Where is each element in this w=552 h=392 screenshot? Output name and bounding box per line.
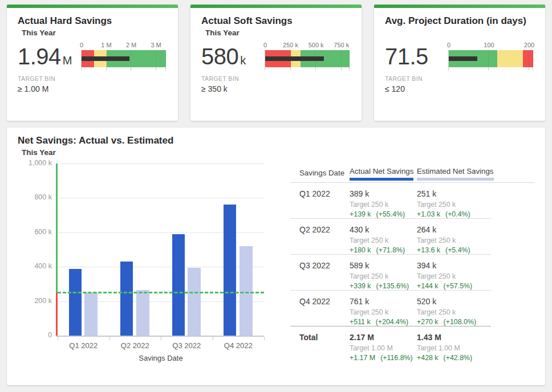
column-header-label: Estimated Net Savings: [417, 167, 494, 175]
cell-target: Target 1.00 M: [350, 344, 417, 352]
delta-value: +139 k: [350, 210, 371, 218]
x-axis-category-label: Q4 2022: [213, 341, 264, 350]
cell-savings-date: Q4 2022: [290, 297, 350, 326]
cell-value: 520 k: [417, 297, 534, 306]
cell-value: 389 k: [350, 189, 417, 198]
bullet-axis-tickline: [341, 50, 342, 67]
column-header-actual-net-savings: Actual Net Savings: [350, 167, 417, 182]
cell-target: Target 250 k: [417, 308, 534, 316]
kpi-card-actual-hard-savings: Actual Hard Savings This Year 1.94M 01 M…: [7, 5, 178, 121]
kpi-subtitle: This Year: [205, 28, 351, 38]
cell-target: Target 250 k: [417, 272, 534, 280]
cell-actual-net-savings: 430 kTarget 250 k+180 k(+71.8%): [350, 225, 417, 255]
delta-value: +270 k: [417, 318, 439, 326]
cell-savings-date: Q2 2022: [290, 225, 350, 255]
table-row-q3-2022[interactable]: Q3 2022589 kTarget 250 k+339 k(+135.6%)3…: [290, 255, 534, 291]
cell-total-label: Total: [290, 333, 350, 362]
cell-actual-net-savings: 389 kTarget 250 k+139 k(+55.4%): [350, 189, 417, 219]
bar-estimated-q3-2022[interactable]: [188, 268, 201, 336]
delta-value: +180 k: [350, 246, 371, 254]
x-axis-category-label: Q2 2022: [109, 341, 161, 350]
bullet-bar: [265, 50, 350, 67]
kpi-main: 580k 0250 k500 k750 k: [201, 42, 351, 67]
target-bin-label: TARGET BIN: [18, 75, 167, 82]
kpi-body: Actual Soft Savings This Year 580k 0250 …: [190, 8, 362, 93]
cell-target: Target 1.00 M: [417, 344, 534, 352]
bullet-chart: 01 M2 M3 M: [82, 42, 166, 67]
delta-percent: (+135.6%): [376, 282, 409, 290]
bullet-axis-tickline: [131, 50, 131, 67]
delta-percent: (+204.4%): [376, 318, 409, 326]
kpi-body: Avg. Project Duration (in days) 71.5 010…: [374, 8, 545, 93]
dashboard: Actual Hard Savings This Year 1.94M 01 M…: [0, 0, 552, 392]
x-axis-tick: [109, 337, 110, 340]
bullet-axis-tickline: [165, 50, 166, 67]
cell-actual-net-savings: 589 kTarget 250 k+339 k(+135.6%): [350, 261, 417, 291]
bar-actual-q2-2022[interactable]: [120, 262, 133, 336]
bullet-tick-label: 2 M: [126, 42, 136, 48]
cell-value: 1.43 M: [417, 333, 534, 342]
delta-percent: (+108.0%): [444, 318, 477, 326]
y-axis-tick-label: 0: [18, 331, 52, 339]
delta-percent: (+71.8%): [376, 246, 405, 254]
bullet-axis-tickline: [529, 50, 529, 67]
bar-estimated-q4-2022[interactable]: [240, 246, 253, 336]
cell-value: 394 k: [417, 261, 534, 270]
y-axis-tick-label: 200 k: [18, 297, 52, 305]
cell-delta: +339 k(+135.6%): [350, 282, 417, 290]
bar-actual-q3-2022[interactable]: [172, 234, 185, 336]
bullet-tick-label: 0: [263, 42, 267, 48]
cell-savings-date: Q1 2022: [290, 189, 350, 219]
chart-and-table: 0200 k400 k600 k800 k1,000 kQ1 2022Q2 20…: [18, 158, 534, 370]
cell-total-actual: 2.17 MTarget 1.00 M+1.17 M(+116.8%): [350, 333, 417, 362]
kpi-title: Avg. Project Duration (in days): [385, 15, 534, 27]
y-axis-tick-label: 400 k: [18, 262, 52, 270]
table-row-total[interactable]: Total2.17 MTarget 1.00 M+1.17 M(+116.8%)…: [290, 326, 534, 362]
cell-delta: +428 k(+42.8%): [417, 354, 534, 362]
bullet-tick-label: 3 M: [151, 42, 161, 48]
cell-savings-date: Q3 2022: [290, 261, 350, 291]
gridline: [58, 198, 264, 198]
target-line: [58, 292, 264, 293]
delta-percent: (+5.4%): [445, 246, 470, 254]
table-row-q1-2022[interactable]: Q1 2022389 kTarget 250 k+139 k(+55.4%)25…: [290, 183, 534, 219]
kpi-target-bin: TARGET BIN ≤ 120: [385, 75, 534, 93]
cell-value: 430 k: [350, 225, 417, 234]
kpi-value-number: 1.94: [18, 44, 61, 69]
table-row-q4-2022[interactable]: Q4 2022761 kTarget 250 k+511 k(+204.4%)5…: [290, 291, 534, 326]
bar-actual-q4-2022[interactable]: [224, 205, 236, 336]
cell-value: 589 k: [350, 261, 417, 270]
net-savings-card: Net Savings: Actual vs. Estimated This Y…: [7, 128, 545, 385]
y-axis-tick-label: 1,000 k: [18, 159, 52, 167]
kpi-subtitle: [389, 28, 534, 38]
kpi-main: 71.5 0100200: [385, 42, 534, 67]
kpi-main: 1.94M 01 M2 M3 M: [18, 42, 167, 67]
target-bin-label: TARGET BIN: [385, 75, 534, 82]
cell-delta: +13.6 k(+5.4%): [417, 246, 534, 254]
x-axis-category-label: Q3 2022: [161, 341, 212, 350]
bullet-tick-label: 500 k: [309, 42, 324, 48]
cell-estimated-net-savings: 394 kTarget 250 k+144 k(+57.5%): [417, 261, 534, 291]
cell-value: 761 k: [350, 297, 417, 306]
bullet-tick-label: 100: [484, 42, 494, 48]
cell-value: 251 k: [417, 189, 534, 198]
table-row-q2-2022[interactable]: Q2 2022430 kTarget 250 k+180 k(+71.8%)26…: [290, 219, 534, 255]
bar-estimated-q1-2022[interactable]: [84, 292, 98, 336]
cell-target: Target 250 k: [417, 201, 534, 209]
bar-actual-q1-2022[interactable]: [69, 269, 82, 336]
bar-estimated-q2-2022[interactable]: [136, 290, 149, 336]
table-header-row: Savings DateActual Net SavingsEstimated …: [290, 160, 534, 183]
kpi-value-number: 580: [201, 44, 238, 69]
delta-percent: (+42.8%): [444, 354, 473, 362]
cell-estimated-net-savings: 520 kTarget 250 k+270 k(+108.0%): [417, 297, 534, 326]
delta-value: +511 k: [350, 318, 371, 326]
bullet-tick-labels: 0100200: [449, 42, 533, 50]
kpi-value: 1.94M: [18, 46, 72, 67]
delta-percent: (+57.5%): [444, 282, 473, 290]
kpi-value: 580k: [201, 46, 246, 67]
cell-delta: +1.03 k(+0.4%): [417, 210, 534, 218]
delta-value: +144 k: [417, 282, 439, 290]
bullet-tick-label: 1 M: [101, 42, 111, 48]
delta-percent: (+116.8%): [380, 354, 413, 362]
x-axis-tick: [264, 337, 265, 340]
